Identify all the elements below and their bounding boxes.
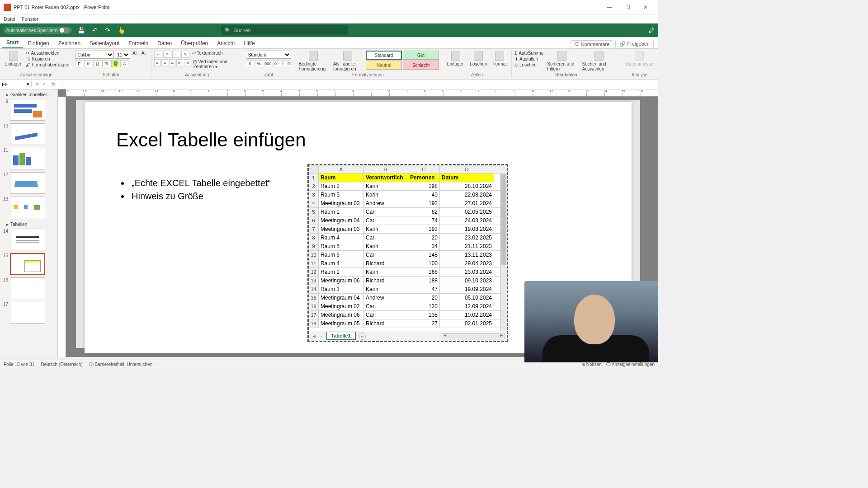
align-left-icon[interactable]: ≡ xyxy=(154,59,161,66)
tab-formeln[interactable]: Formeln xyxy=(124,38,153,48)
format-painter-button[interactable]: 🖌 Format übertragen xyxy=(26,62,69,67)
align-bottom-icon[interactable]: ⌙ xyxy=(172,51,180,58)
sheet-nav-first-icon[interactable]: ◄ xyxy=(311,333,317,339)
close-button[interactable]: ✕ xyxy=(637,2,655,13)
slide-thumb-15[interactable] xyxy=(10,253,45,275)
table-row[interactable]: 4Meetingraum 03Andrew19327.01.2024 xyxy=(309,199,507,208)
table-row[interactable]: 12Raum 1Karin16823.03.2024 xyxy=(309,268,507,277)
dec-decimal-icon[interactable]: ←.0 xyxy=(282,60,290,67)
table-row[interactable]: 3Raum 5Karin4022.08.2024 xyxy=(309,191,507,199)
underline-button[interactable]: U xyxy=(93,60,101,67)
slide-thumb-9[interactable] xyxy=(10,99,45,121)
col-a[interactable]: A xyxy=(319,165,364,173)
maximize-button[interactable]: ☐ xyxy=(618,2,637,13)
embedded-excel-object[interactable]: A B C D 1RaumVerantwortlichPersonenDatum… xyxy=(309,165,507,341)
fill-button[interactable]: ⬇ Ausfüllen xyxy=(514,56,543,61)
increase-font-icon[interactable]: A↑ xyxy=(131,51,139,59)
tab-hilfe[interactable]: Hilfe xyxy=(240,38,259,48)
tab-ueberpruefen[interactable]: Überprüfen xyxy=(176,38,212,48)
align-top-icon[interactable]: ⌐ xyxy=(154,51,162,58)
table-row[interactable]: 15Meetingraum 04Andrew2005.10.2024 xyxy=(309,294,507,302)
align-right-icon[interactable]: ≡ xyxy=(169,59,176,66)
slide-thumb-10[interactable] xyxy=(10,123,45,145)
sheet-nav-prev-icon[interactable]: ‹ xyxy=(320,333,324,339)
add-sheet-button[interactable]: + xyxy=(359,333,366,340)
style-standard[interactable]: Standard xyxy=(366,51,402,60)
cell-styles-gallery[interactable]: Standard Gut Neutral Schlecht xyxy=(366,51,439,70)
indent-inc-icon[interactable]: ⇥ xyxy=(184,59,191,66)
align-center-icon[interactable]: ≡ xyxy=(161,59,168,66)
format-cells-button[interactable]: Format xyxy=(491,51,509,67)
find-select-button[interactable]: Suchen und Auswählen xyxy=(580,51,618,72)
menu-datei[interactable]: Datei xyxy=(4,16,15,22)
vertical-scrollbar[interactable] xyxy=(500,174,507,331)
slide-title[interactable]: Excel Tabelle einfügen xyxy=(116,129,306,151)
align-middle-icon[interactable]: ≡ xyxy=(163,51,171,58)
table-row[interactable]: 8Raum 4Carl2023.02.2025 xyxy=(309,234,507,242)
excel-rows[interactable]: 1RaumVerantwortlichPersonenDatum2Raum 2K… xyxy=(309,174,507,331)
insert-cells-button[interactable]: Einfügen xyxy=(445,51,466,67)
orientation-icon[interactable]: ⤡ xyxy=(181,51,189,58)
tab-einfuegen[interactable]: Einfügen xyxy=(23,38,53,48)
tab-daten[interactable]: Daten xyxy=(153,38,176,48)
table-row[interactable]: 5Raum 1Carl6202.05.2025 xyxy=(309,208,507,216)
currency-icon[interactable]: € xyxy=(246,60,254,67)
inc-decimal-icon[interactable]: .0→ xyxy=(273,60,281,67)
share-button[interactable]: 🔗 Freigeben xyxy=(615,40,654,48)
style-neutral[interactable]: Neutral xyxy=(366,61,402,70)
sort-filter-button[interactable]: Sortieren und Filtern xyxy=(545,51,578,72)
tab-seitenlayout[interactable]: Seitenlayout xyxy=(85,38,124,48)
sheet-tab-tabelle1[interactable]: Tabelle1 xyxy=(326,332,356,340)
slide-thumb-16[interactable] xyxy=(10,277,45,299)
percent-icon[interactable]: % xyxy=(255,60,263,67)
accept-formula-icon[interactable]: ✓ xyxy=(42,81,46,87)
table-row[interactable]: 10Raum 6Carl14813.11.2023 xyxy=(309,251,507,259)
border-button[interactable]: ⊞ xyxy=(102,60,110,67)
menu-fenster[interactable]: Fenster xyxy=(22,16,38,22)
undo-icon[interactable]: ↶ xyxy=(90,27,99,34)
autosum-button[interactable]: Σ AutoSumme xyxy=(514,51,543,56)
share-quick-icon[interactable]: 🖉 xyxy=(648,27,655,34)
autosave-toggle[interactable]: Automatisches Speichern xyxy=(4,27,72,34)
font-color-button[interactable]: A xyxy=(120,60,128,67)
data-analysis-button[interactable]: Datenanalyse xyxy=(624,51,655,67)
name-box[interactable]: F9▾ xyxy=(0,81,32,87)
tab-zeichnen[interactable]: Zeichnen xyxy=(54,38,85,48)
decrease-font-icon[interactable]: A↓ xyxy=(140,51,148,59)
comma-icon[interactable]: 000 xyxy=(264,60,272,67)
delete-cells-button[interactable]: Löschen xyxy=(468,51,489,67)
tab-ansicht[interactable]: Ansicht xyxy=(212,38,239,48)
table-header-row[interactable]: 1RaumVerantwortlichPersonenDatum xyxy=(309,174,507,182)
indent-dec-icon[interactable]: ⇤ xyxy=(176,59,183,66)
font-name-select[interactable]: Calibri xyxy=(75,51,114,59)
font-size-select[interactable]: 11 xyxy=(115,51,130,59)
tab-start[interactable]: Start xyxy=(2,38,23,48)
comments-button[interactable]: 🗨 Kommentare xyxy=(571,40,613,48)
cut-button[interactable]: ✂ Ausschneiden xyxy=(26,51,69,56)
italic-button[interactable]: K xyxy=(84,60,92,67)
notes-button[interactable]: ≡ Notizen xyxy=(582,362,602,367)
table-row[interactable]: 13Meetingraum 06Richard18809.10.2023 xyxy=(309,277,507,285)
slide-thumb-13[interactable] xyxy=(10,197,45,218)
table-row[interactable]: 16Meetingraum 02Carl12012.09.2024 xyxy=(309,302,507,311)
accessibility-check[interactable]: ⓘ Barrierefreiheit: Untersuchen xyxy=(89,361,153,368)
table-row[interactable]: 14Raum 3Karin4719.09.2024 xyxy=(309,285,507,294)
fx-icon[interactable]: fx xyxy=(49,81,58,87)
merge-button[interactable]: ⊟ Verbinden und Zentrieren ▾ xyxy=(193,59,240,69)
number-format-select[interactable]: Standard xyxy=(246,51,291,59)
table-row[interactable]: 18Meetingraum 05Richard2702.01.2025 xyxy=(309,319,507,328)
table-row[interactable]: 17Meetingraum 06Carl13810.02.2024 xyxy=(309,311,507,319)
section-header-1[interactable]: ▸ Grafiken modellier... xyxy=(2,91,56,99)
display-settings-button[interactable]: 🖵 Anzeigeeinstellungen xyxy=(606,362,655,367)
table-row[interactable]: 6Meetingraum 04Carl7424.03.2024 xyxy=(309,216,507,225)
copy-button[interactable]: ⿻ Kopieren xyxy=(26,56,69,61)
conditional-formatting-button[interactable]: Bedingte Formatierung xyxy=(297,51,330,72)
horizontal-scrollbar[interactable] xyxy=(442,333,505,339)
fill-color-button[interactable]: 🪣 xyxy=(111,60,119,67)
slide-thumb-11[interactable] xyxy=(10,148,45,169)
slide-thumb-12[interactable] xyxy=(10,172,45,194)
format-as-table-button[interactable]: Als Tabelle formatieren xyxy=(331,51,364,72)
table-row[interactable]: 7Meetingraum 03Karin19319.08.2024 xyxy=(309,225,507,234)
slide-thumb-14[interactable] xyxy=(10,229,45,250)
col-d[interactable]: D xyxy=(440,165,494,173)
